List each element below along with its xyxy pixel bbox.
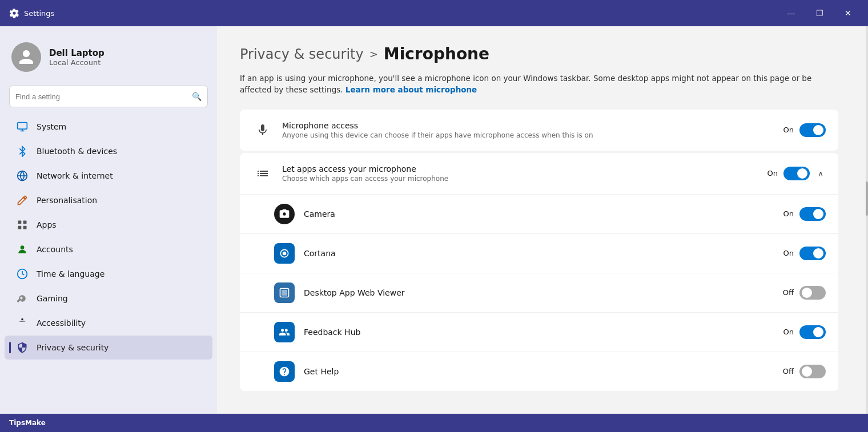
sidebar-item-personalisation[interactable]: Personalisation bbox=[5, 188, 212, 212]
scroll-indicator bbox=[866, 26, 868, 414]
camera-controls: On bbox=[783, 207, 826, 221]
let-apps-controls: On ∧ bbox=[767, 167, 826, 180]
camera-app-icon bbox=[274, 204, 295, 224]
apps-icon bbox=[16, 219, 29, 231]
camera-toggle[interactable] bbox=[799, 207, 826, 221]
gaming-icon bbox=[16, 292, 29, 305]
sidebar-item-system[interactable]: System bbox=[5, 115, 212, 139]
maximize-button[interactable]: ❐ bbox=[806, 4, 833, 22]
microphone-access-toggle[interactable] bbox=[799, 123, 826, 137]
webviewer-controls: Off bbox=[783, 286, 826, 300]
svg-rect-2 bbox=[23, 221, 27, 224]
title-bar: Settings — ❐ ✕ bbox=[0, 0, 868, 26]
let-apps-info: Let apps access your microphone Choose w… bbox=[282, 164, 758, 183]
cortana-toggle[interactable] bbox=[799, 247, 826, 260]
bottom-bar-label: TipsMake bbox=[9, 419, 46, 427]
svg-point-5 bbox=[21, 245, 25, 249]
feedback-controls: On bbox=[783, 325, 826, 339]
avatar bbox=[11, 42, 41, 72]
gethelp-toggle-label: Off bbox=[783, 367, 794, 376]
sidebar-item-accounts-label: Accounts bbox=[37, 245, 73, 254]
feedback-app-info: Feedback Hub bbox=[304, 328, 774, 337]
description-text: If an app is using your microphone, you'… bbox=[240, 74, 811, 94]
breadcrumb-separator: > bbox=[369, 48, 378, 60]
svg-rect-11 bbox=[282, 290, 287, 296]
microphone-access-title: Microphone access bbox=[282, 121, 774, 130]
sidebar-item-gaming[interactable]: Gaming bbox=[5, 286, 212, 310]
svg-rect-0 bbox=[18, 123, 27, 130]
let-apps-toggle-label: On bbox=[767, 169, 778, 177]
camera-app-name: Camera bbox=[304, 209, 774, 219]
sidebar-item-accessibility-label: Accessibility bbox=[37, 318, 86, 328]
gethelp-toggle[interactable] bbox=[799, 365, 826, 378]
webviewer-toggle[interactable] bbox=[799, 286, 826, 300]
cortana-row: Cortana On bbox=[240, 234, 838, 273]
sidebar-nav: System Bluetooth & devices Network & int… bbox=[0, 114, 217, 360]
sidebar-item-bluetooth-label: Bluetooth & devices bbox=[37, 147, 117, 156]
sidebar-item-accounts[interactable]: Accounts bbox=[5, 237, 212, 261]
user-section[interactable]: Dell Laptop Local Account bbox=[0, 26, 217, 83]
user-avatar-icon bbox=[18, 49, 35, 66]
microphone-access-row: Microphone access Anyone using this devi… bbox=[240, 110, 838, 151]
microphone-access-toggle-label: On bbox=[783, 126, 794, 134]
sidebar-item-apps-label: Apps bbox=[37, 220, 57, 229]
search-box[interactable]: 🔍 bbox=[9, 86, 208, 107]
sidebar-item-network[interactable]: Network & internet bbox=[5, 164, 212, 188]
search-input[interactable] bbox=[15, 92, 192, 101]
scroll-thumb[interactable] bbox=[866, 181, 868, 216]
svg-point-9 bbox=[283, 251, 287, 255]
close-button[interactable]: ✕ bbox=[835, 4, 861, 22]
main-panel: Privacy & security > Microphone If an ap… bbox=[217, 26, 866, 414]
cortana-app-info: Cortana bbox=[304, 249, 774, 258]
sidebar-item-personalisation-label: Personalisation bbox=[37, 196, 97, 205]
webviewer-row: Desktop App Web Viewer Off bbox=[240, 273, 838, 313]
feedback-toggle[interactable] bbox=[799, 325, 826, 339]
let-apps-chevron[interactable]: ∧ bbox=[815, 167, 826, 180]
personalisation-icon bbox=[16, 194, 29, 207]
microphone-access-info: Microphone access Anyone using this devi… bbox=[282, 121, 774, 139]
camera-row: Camera On bbox=[240, 195, 838, 234]
gethelp-app-name: Get Help bbox=[304, 367, 774, 376]
feedback-app-name: Feedback Hub bbox=[304, 328, 774, 337]
webviewer-toggle-label: Off bbox=[783, 288, 794, 297]
camera-app-info: Camera bbox=[304, 209, 774, 219]
app-body: Dell Laptop Local Account 🔍 System Bluet… bbox=[0, 26, 868, 414]
sidebar-item-system-label: System bbox=[37, 122, 66, 131]
microphone-icon bbox=[252, 120, 273, 140]
gethelp-app-icon bbox=[274, 361, 295, 382]
cortana-app-name: Cortana bbox=[304, 249, 774, 258]
network-icon bbox=[16, 169, 29, 182]
privacy-icon bbox=[16, 341, 29, 354]
breadcrumb-parent[interactable]: Privacy & security bbox=[240, 46, 364, 62]
accounts-icon bbox=[16, 243, 29, 256]
camera-toggle-label: On bbox=[783, 209, 794, 218]
sidebar-item-apps[interactable]: Apps bbox=[5, 213, 212, 237]
sidebar-item-privacy[interactable]: Privacy & security bbox=[5, 336, 212, 360]
svg-rect-3 bbox=[18, 226, 22, 229]
let-apps-icon bbox=[252, 163, 273, 184]
learn-more-link[interactable]: Learn more about microphone bbox=[345, 85, 477, 94]
gethelp-row: Get Help Off bbox=[240, 352, 838, 391]
sidebar-item-accessibility[interactable]: Accessibility bbox=[5, 311, 212, 335]
sidebar-item-bluetooth[interactable]: Bluetooth & devices bbox=[5, 139, 212, 163]
webviewer-app-name: Desktop App Web Viewer bbox=[304, 288, 774, 297]
sidebar-item-time-label: Time & language bbox=[37, 269, 105, 278]
sidebar: Dell Laptop Local Account 🔍 System Bluet… bbox=[0, 26, 217, 414]
let-apps-title: Let apps access your microphone bbox=[282, 164, 758, 173]
breadcrumb-current: Microphone bbox=[384, 45, 489, 63]
title-bar-left: Settings bbox=[9, 8, 54, 18]
microphone-access-controls: On bbox=[783, 123, 826, 137]
sidebar-item-gaming-label: Gaming bbox=[37, 294, 68, 303]
bluetooth-icon bbox=[16, 145, 29, 158]
page-description: If an app is using your microphone, you'… bbox=[240, 72, 838, 96]
let-apps-toggle[interactable] bbox=[783, 167, 810, 180]
minimize-button[interactable]: — bbox=[778, 4, 804, 22]
feedback-toggle-label: On bbox=[783, 328, 794, 336]
sidebar-item-time[interactable]: Time & language bbox=[5, 262, 212, 286]
sidebar-item-network-label: Network & internet bbox=[37, 171, 113, 180]
webviewer-app-icon bbox=[274, 282, 295, 303]
svg-point-7 bbox=[21, 318, 23, 320]
svg-rect-1 bbox=[18, 221, 22, 224]
gethelp-app-info: Get Help bbox=[304, 367, 774, 376]
user-info: Dell Laptop Local Account bbox=[49, 48, 105, 67]
